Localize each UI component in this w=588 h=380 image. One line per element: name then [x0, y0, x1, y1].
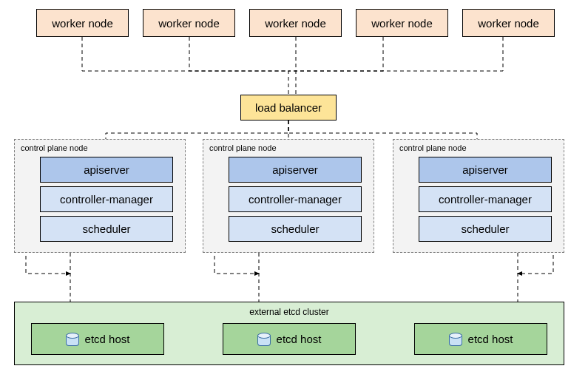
scheduler-label: scheduler: [82, 223, 130, 235]
apiserver-label: apiserver: [84, 163, 129, 176]
etcd-host: etcd host: [31, 323, 164, 355]
control-plane-node: control plane node apiserver controller-…: [203, 139, 374, 253]
control-plane-node: control plane node apiserver controller-…: [14, 139, 186, 253]
control-plane-stack: apiserver controller-manager scheduler: [229, 157, 362, 242]
worker-node-label: worker node: [158, 17, 220, 30]
control-plane-title: control plane node: [21, 143, 179, 152]
scheduler-box: scheduler: [40, 216, 173, 242]
apiserver-label: apiserver: [272, 163, 318, 176]
etcd-host: etcd host: [223, 323, 356, 355]
apiserver-box: apiserver: [40, 157, 173, 183]
etcd-cluster-label: external etcd cluster: [31, 307, 547, 317]
scheduler-label: scheduler: [461, 223, 509, 235]
worker-node-label: worker node: [52, 17, 113, 30]
etcd-host-label: etcd host: [85, 333, 130, 345]
controller-manager-label: controller-manager: [60, 193, 153, 206]
load-balancer: load balancer: [240, 95, 337, 121]
worker-node: worker node: [462, 9, 555, 37]
etcd-host: etcd host: [414, 323, 547, 355]
database-icon: [449, 333, 461, 346]
worker-node-label: worker node: [371, 17, 433, 30]
worker-node: worker node: [356, 9, 448, 37]
apiserver-label: apiserver: [462, 163, 508, 176]
controller-manager-box: controller-manager: [40, 186, 173, 212]
scheduler-box: scheduler: [229, 216, 362, 242]
database-icon: [66, 333, 78, 346]
control-plane-title: control plane node: [399, 143, 558, 152]
worker-node: worker node: [143, 9, 235, 37]
controller-manager-box: controller-manager: [229, 186, 362, 212]
scheduler-box: scheduler: [419, 216, 552, 242]
worker-node: worker node: [36, 9, 129, 37]
worker-node-row: worker node worker node worker node work…: [36, 9, 555, 37]
load-balancer-label: load balancer: [255, 101, 322, 114]
etcd-host-label: etcd host: [277, 333, 322, 345]
etcd-cluster: external etcd cluster etcd host etcd hos…: [14, 302, 564, 365]
scheduler-label: scheduler: [271, 223, 319, 235]
control-plane-title: control plane node: [209, 143, 368, 152]
worker-node-label: worker node: [478, 17, 539, 30]
control-plane-stack: apiserver controller-manager scheduler: [419, 157, 552, 242]
controller-manager-label: controller-manager: [249, 193, 342, 206]
apiserver-box: apiserver: [419, 157, 552, 183]
worker-node: worker node: [249, 9, 342, 37]
controller-manager-box: controller-manager: [419, 186, 552, 212]
database-icon: [257, 333, 269, 346]
control-plane-node: control plane node apiserver controller-…: [393, 139, 564, 253]
control-plane-stack: apiserver controller-manager scheduler: [40, 157, 173, 242]
worker-node-label: worker node: [265, 17, 326, 30]
apiserver-box: apiserver: [229, 157, 362, 183]
etcd-host-label: etcd host: [468, 333, 513, 345]
etcd-host-row: etcd host etcd host etcd host: [31, 323, 547, 355]
controller-manager-label: controller-manager: [439, 193, 532, 206]
